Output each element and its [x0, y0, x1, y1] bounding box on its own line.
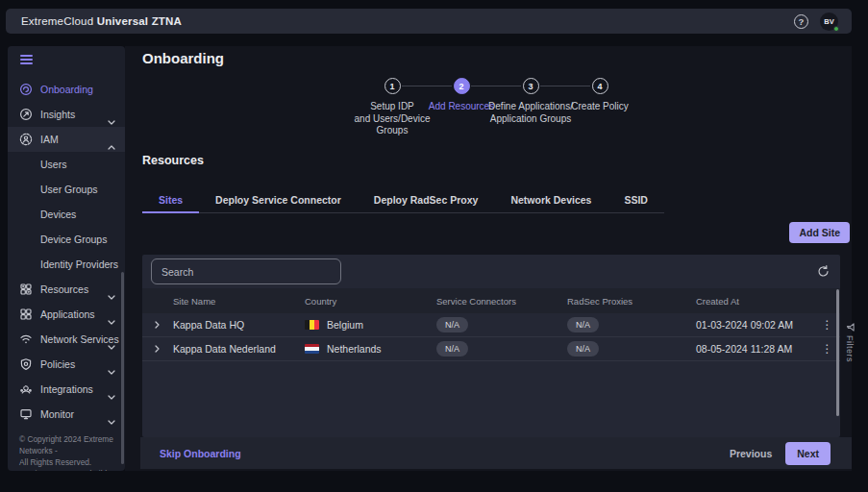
copyright-line: © Copyright 2024 Extreme Networks -	[19, 433, 121, 456]
avatar[interactable]: BV	[820, 12, 838, 31]
sidebar-item-applications[interactable]: Applications	[8, 302, 125, 327]
sidebar-item-resources[interactable]: Resources	[8, 277, 125, 302]
row-menu-icon[interactable]: ⋮	[822, 320, 833, 330]
sidebar-item-integrations[interactable]: Integrations	[8, 377, 125, 402]
add-site-button[interactable]: Add Site	[789, 222, 850, 243]
help-icon[interactable]: ?	[794, 14, 808, 29]
row-expander-icon[interactable]	[142, 345, 171, 353]
sidebar-item-insights[interactable]: Insights	[8, 102, 125, 127]
radsec-proxies-cell: N/A	[565, 317, 694, 332]
step-label: Create Policy	[542, 101, 657, 113]
sidebar-label: Monitor	[40, 408, 74, 420]
table-row[interactable]: Kappa Data HQ Belgium N/A N/A 01-03-2024…	[142, 313, 840, 337]
onboarding-stepper: 1 Setup IDP and Users/Device Groups 2 Ad…	[358, 78, 636, 147]
na-badge: N/A	[436, 317, 468, 332]
wifi-icon	[19, 332, 33, 346]
previous-button[interactable]: Previous	[730, 448, 772, 459]
sidebar-sublabel: Device Groups	[40, 234, 107, 245]
step-circle[interactable]: 1	[384, 78, 401, 94]
sidebar-item-devices[interactable]: Devices	[8, 202, 125, 227]
rights-line: All Rights Reserved.	[19, 456, 121, 468]
chevron-up-icon	[108, 136, 115, 154]
sidebar-item-device-groups[interactable]: Device Groups	[8, 227, 125, 252]
service-connectors-cell: N/A	[434, 341, 565, 357]
sidebar-sublabel: User Groups	[40, 184, 98, 195]
table-row[interactable]: Kappa Data Nederland Netherlands N/A N/A…	[142, 337, 840, 361]
table-header-row: Site Name Country Service Connectors Rad…	[142, 288, 840, 313]
row-menu-icon[interactable]: ⋮	[822, 344, 833, 354]
topbar: ExtremeCloud Universal ZTNA ? BV	[6, 9, 852, 34]
stepper-connector	[540, 86, 590, 86]
sidebar-item-identity-providers[interactable]: Identity Providers	[8, 252, 125, 277]
iam-user-gear-icon	[19, 133, 33, 146]
stepper-connector	[402, 86, 452, 86]
tab-sites[interactable]: Sites	[142, 187, 199, 213]
brand: ExtremeCloud Universal ZTNA	[21, 15, 182, 27]
sidebar-item-onboarding[interactable]: Onboarding	[8, 77, 125, 102]
skip-onboarding-link[interactable]: Skip Onboarding	[160, 448, 241, 459]
sidebar-label: Integrations	[40, 383, 93, 395]
resources-tabs: Sites Deploy Service Connector Deploy Ra…	[142, 187, 664, 213]
next-button[interactable]: Next	[785, 442, 831, 465]
avatar-initials: BV	[824, 17, 833, 26]
netherlands-flag-icon	[305, 344, 319, 354]
onboarding-swirl-icon	[19, 83, 33, 96]
na-badge: N/A	[436, 341, 468, 357]
col-site-name[interactable]: Site Name	[171, 296, 303, 307]
col-country[interactable]: Country	[303, 296, 434, 307]
main-content: Onboarding 1 Setup IDP and Users/Device …	[125, 46, 852, 471]
footer-right-actions: Previous Next	[730, 442, 831, 465]
app-root: ExtremeCloud Universal ZTNA ? BV Onboard…	[0, 0, 868, 492]
sidebar-item-network-services[interactable]: Network Services	[8, 327, 125, 352]
insights-gauge-icon	[19, 108, 33, 121]
sidebar-scrollbar[interactable]	[121, 272, 124, 464]
step-circle[interactable]: 4	[592, 78, 608, 94]
tab-deploy-radsec-proxy[interactable]: Deploy RadSec Proxy	[358, 187, 495, 213]
refresh-icon[interactable]	[816, 264, 831, 279]
created-at-cell: 01-03-2024 09:02 AM	[694, 319, 814, 331]
sidebar-label: Applications	[40, 308, 95, 320]
sidebar-label: Insights	[40, 109, 75, 120]
col-service-connectors[interactable]: Service Connectors	[434, 296, 565, 307]
tab-network-devices[interactable]: Network Devices	[494, 187, 608, 213]
step-circle[interactable]: 2	[454, 78, 470, 94]
site-name-cell: Kappa Data HQ	[171, 319, 303, 331]
table-scrollbar[interactable]	[836, 289, 839, 416]
tab-ssid[interactable]: SSID	[608, 187, 664, 213]
na-badge: N/A	[567, 341, 599, 357]
col-created-at[interactable]: Created At	[694, 296, 814, 307]
page-title: Onboarding	[142, 50, 224, 66]
shield-icon	[19, 357, 33, 371]
sidebar-sublabel: Identity Providers	[40, 258, 118, 270]
search-input[interactable]	[151, 258, 341, 284]
sidebar-item-policies[interactable]: Policies	[8, 352, 125, 377]
sidebar-item-iam[interactable]: IAM	[8, 127, 125, 152]
sidebar-item-users[interactable]: Users	[8, 152, 125, 177]
integrations-gear-icon	[19, 382, 33, 396]
na-badge: N/A	[567, 317, 599, 332]
sidebar-label: Resources	[40, 283, 88, 295]
country-cell: Netherlands	[303, 343, 434, 355]
service-connectors-cell: N/A	[434, 317, 565, 332]
topbar-right: ? BV	[794, 9, 838, 34]
stepper-connector	[471, 86, 521, 86]
sidebar-sublabel: Devices	[40, 209, 76, 220]
filters-label: Filters	[845, 335, 855, 362]
sidebar: Onboarding Insights IAM Users User G	[8, 46, 125, 471]
sidebar-footer: © Copyright 2024 Extreme Networks - All …	[19, 433, 121, 471]
step-circle[interactable]: 3	[523, 78, 539, 94]
version-line: Version v24.1.1.29+build.1	[19, 468, 121, 471]
tab-deploy-service-connector[interactable]: Deploy Service Connector	[199, 187, 358, 213]
resources-section-title: Resources	[142, 154, 204, 167]
sidebar-item-monitor[interactable]: Monitor	[8, 402, 125, 427]
chevron-down-icon	[108, 411, 115, 429]
row-expander-icon[interactable]	[142, 321, 171, 329]
radsec-proxies-cell: N/A	[565, 341, 694, 357]
sites-table-panel: Site Name Country Service Connectors Rad…	[142, 255, 840, 437]
sidebar-item-user-groups[interactable]: User Groups	[8, 177, 125, 202]
step-4-create-policy: 4 Create Policy	[565, 78, 634, 137]
hamburger-icon[interactable]	[20, 55, 33, 67]
site-name-cell: Kappa Data Nederland	[171, 343, 303, 355]
filters-side-tab[interactable]: Filters	[843, 323, 856, 362]
col-radsec-proxies[interactable]: RadSec Proxies	[565, 296, 694, 307]
